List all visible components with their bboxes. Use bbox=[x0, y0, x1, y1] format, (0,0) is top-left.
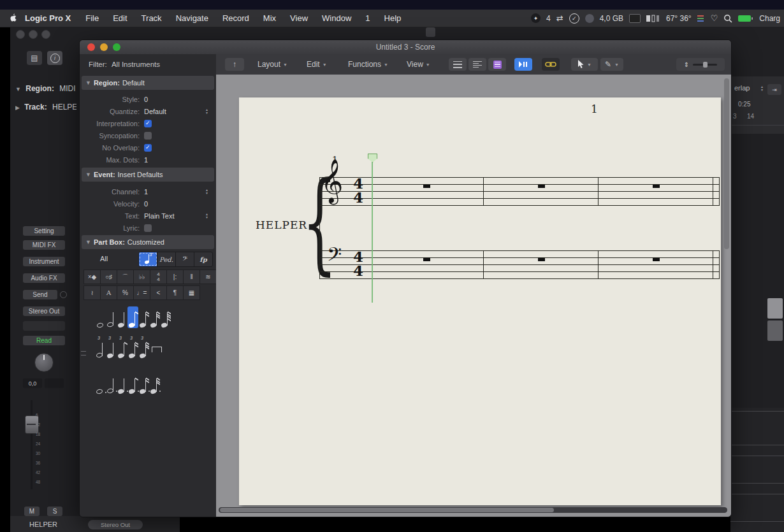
fader-track[interactable] bbox=[31, 400, 33, 489]
key-signature-button[interactable]: ○♯ bbox=[100, 270, 117, 284]
slur-button[interactable]: ⌒ bbox=[117, 270, 134, 284]
mute-button[interactable]: M bbox=[24, 507, 40, 516]
hierarchy-up-button[interactable]: ↑ bbox=[225, 58, 244, 71]
part-box-section-header[interactable]: ▼ Part Box: Customized bbox=[82, 235, 214, 249]
text-stepper[interactable]: ▲▼ bbox=[205, 213, 208, 219]
zoom-slider[interactable] bbox=[693, 64, 717, 66]
bg-overlap-stepper[interactable]: ▲▼ bbox=[760, 85, 764, 91]
pan-knob[interactable] bbox=[34, 353, 54, 372]
dotted-eighth-cell[interactable] bbox=[127, 373, 138, 394]
bass-clef-icon[interactable]: 𝄢 bbox=[327, 245, 342, 268]
repeat-barline-button[interactable]: |: bbox=[166, 270, 184, 284]
charging-battery-icon[interactable] bbox=[738, 15, 753, 22]
gain-value-box[interactable] bbox=[45, 378, 64, 388]
lyric-checkbox[interactable] bbox=[144, 224, 152, 232]
functions-menu[interactable]: Functions▼ bbox=[348, 54, 388, 75]
crescendo-button[interactable]: < bbox=[150, 285, 167, 300]
stereo-out-button[interactable]: Stereo Out bbox=[23, 306, 65, 316]
note-eighth-cell-selected[interactable] bbox=[127, 306, 138, 328]
pointer-tool-button[interactable]: ▼ bbox=[571, 58, 598, 71]
clef-button[interactable]: 𝄢 bbox=[176, 252, 194, 266]
menu-record[interactable]: Record bbox=[215, 13, 256, 23]
staff-instrument-name[interactable]: HELPER bbox=[256, 219, 307, 231]
edit-menu[interactable]: Edit▼ bbox=[307, 54, 327, 75]
menu-view[interactable]: View bbox=[283, 13, 315, 23]
disclosure-down-icon[interactable]: ▼ bbox=[15, 86, 21, 92]
event-section-header[interactable]: ▼ Event: Insert Defaults bbox=[82, 168, 214, 182]
treble-clef-icon[interactable]: 𝄞 bbox=[321, 161, 343, 199]
menu-help[interactable]: Help bbox=[377, 13, 409, 23]
bg-close-button[interactable] bbox=[16, 30, 25, 39]
link-button[interactable] bbox=[542, 58, 560, 71]
paragraph-button[interactable]: ¶ bbox=[166, 285, 184, 300]
max-dots-value[interactable]: 1 bbox=[144, 156, 148, 164]
grid-button[interactable]: ▦ bbox=[183, 285, 200, 300]
note-sixtyfourth-cell[interactable] bbox=[160, 306, 171, 328]
score-titlebar[interactable]: Untitled 3 - Score bbox=[80, 40, 731, 55]
horizontal-scrollbar-track[interactable] bbox=[219, 507, 727, 513]
triplet-thirtysecond-cell[interactable]: 3 bbox=[138, 337, 149, 359]
channel-value[interactable]: 1 bbox=[144, 188, 148, 196]
bg-zoom-button[interactable] bbox=[41, 30, 50, 39]
tempo-button[interactable]: ♩= bbox=[133, 285, 150, 300]
view-menu[interactable]: View▼ bbox=[407, 54, 430, 75]
midi-in-button[interactable] bbox=[514, 58, 532, 71]
search-icon[interactable] bbox=[723, 14, 732, 23]
layout-menu[interactable]: Layout▼ bbox=[258, 54, 287, 75]
midi-fx-button[interactable]: MIDI FX bbox=[23, 240, 65, 250]
time-signature-button[interactable]: 44 bbox=[150, 270, 167, 284]
playhead-line[interactable] bbox=[372, 159, 373, 303]
playhead-marker[interactable] bbox=[368, 154, 377, 162]
page-view-button[interactable] bbox=[488, 58, 506, 71]
colored-list-icon[interactable] bbox=[697, 15, 705, 22]
tremolo-button[interactable]: ≋ bbox=[200, 270, 217, 284]
repeat-symbol-button[interactable]: % bbox=[117, 285, 134, 300]
dotted-half-cell[interactable] bbox=[106, 373, 117, 394]
battery-outline-icon[interactable] bbox=[646, 15, 660, 22]
quantize-value[interactable]: Default bbox=[144, 108, 166, 115]
audio-fx-button[interactable]: Audio FX bbox=[23, 273, 65, 283]
text-value[interactable]: Plain Text bbox=[144, 212, 175, 220]
inspector-tab-quickhelp[interactable]: ▤ bbox=[27, 51, 42, 65]
menu-app-name[interactable]: Logic Pro X bbox=[17, 13, 78, 23]
zoom-slider-thumb[interactable] bbox=[703, 62, 708, 68]
note-whole-cell[interactable] bbox=[95, 306, 106, 328]
whole-rest[interactable] bbox=[423, 185, 430, 188]
tuplet-bracket-cell[interactable] bbox=[151, 337, 162, 359]
linear-view-button[interactable] bbox=[449, 58, 467, 71]
menu-mix[interactable]: Mix bbox=[256, 13, 283, 23]
time-machine-icon[interactable]: ✓ bbox=[569, 13, 579, 24]
channel-stepper[interactable]: ▲▼ bbox=[205, 189, 208, 194]
automation-read-button[interactable]: Read bbox=[23, 336, 65, 345]
bg-region-row[interactable]: ▼ Region: MIDI bbox=[15, 84, 76, 93]
inspector-tab-info[interactable]: i bbox=[47, 51, 62, 65]
note-thirtysecond-cell[interactable] bbox=[149, 306, 160, 328]
region-section-header[interactable]: ▼ Region: Default bbox=[82, 76, 214, 90]
text-a-button[interactable]: A bbox=[100, 285, 117, 300]
bg-track-row[interactable]: ▶ Track: HELPE bbox=[15, 103, 76, 111]
double-barline-button[interactable]: ‖ bbox=[183, 270, 200, 284]
bg-collapse-button[interactable]: ⇥ bbox=[767, 84, 781, 95]
zoom-control[interactable]: ⇕ bbox=[676, 58, 725, 71]
menu-window[interactable]: Window bbox=[315, 13, 358, 23]
rest-button[interactable]: ≀ bbox=[83, 285, 101, 300]
send-knob-icon[interactable] bbox=[60, 291, 67, 298]
pedal-button[interactable]: Ped. bbox=[157, 252, 176, 266]
bg-scroll-block-dark[interactable] bbox=[767, 320, 783, 341]
panel-resize-handle[interactable] bbox=[81, 351, 86, 356]
display-icon[interactable] bbox=[629, 14, 641, 23]
no-overlap-checkbox[interactable] bbox=[144, 144, 152, 152]
menu-navigate[interactable]: Navigate bbox=[169, 13, 215, 23]
style-value[interactable]: 0 bbox=[144, 96, 148, 103]
bg-scroll-block-light[interactable] bbox=[767, 298, 783, 319]
triplet-quarter-cell[interactable]: 3 bbox=[106, 337, 117, 359]
solo-button[interactable]: S bbox=[47, 507, 62, 516]
dynamics-button[interactable]: fp bbox=[194, 252, 212, 266]
send-button[interactable]: Send bbox=[23, 290, 57, 299]
triplet-sixteenth-cell[interactable]: 3 bbox=[127, 337, 138, 359]
note-quarter-cell[interactable] bbox=[117, 306, 127, 328]
note-half-cell[interactable] bbox=[106, 306, 117, 328]
dotted-thirtysecond-cell[interactable] bbox=[149, 373, 160, 394]
dotted-whole-cell[interactable] bbox=[95, 373, 106, 394]
interpretation-checkbox[interactable] bbox=[144, 120, 152, 127]
